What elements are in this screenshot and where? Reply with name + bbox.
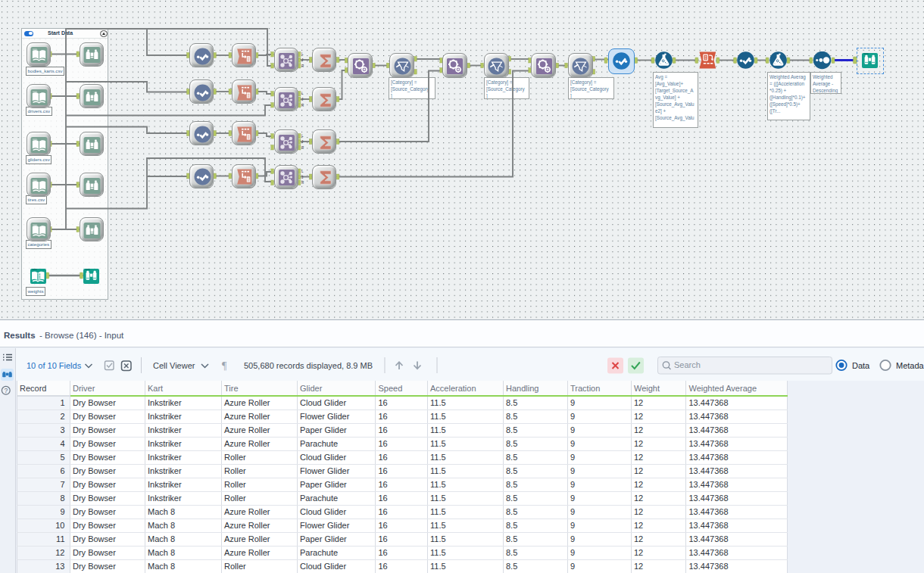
svg-text:J: J	[301, 176, 303, 179]
svg-text:J: J	[301, 58, 303, 62]
svg-text:Search: Search	[674, 360, 701, 369]
svg-text:Metada: Metada	[896, 361, 924, 370]
svg-text:L: L	[301, 170, 304, 173]
svg-text:J: J	[301, 140, 303, 144]
svg-text:R: R	[301, 181, 304, 185]
svg-text:Data: Data	[852, 361, 870, 370]
svg-text:R: R	[301, 104, 304, 107]
svg-text:L: L	[301, 52, 304, 56]
svg-text:L: L	[301, 134, 304, 138]
svg-text:L: L	[301, 92, 304, 95]
svg-text:R: R	[301, 146, 304, 150]
svg-text:?: ?	[4, 387, 8, 394]
svg-text:505,680 records displayed, 8.9: 505,680 records displayed, 8.9 MB	[244, 361, 373, 370]
svg-text:R: R	[301, 64, 304, 68]
svg-text:J: J	[301, 98, 303, 101]
svg-text:10 of 10 Fields: 10 of 10 Fields	[27, 361, 82, 370]
svg-text:¶: ¶	[222, 360, 227, 372]
svg-text:Cell Viewer: Cell Viewer	[153, 361, 195, 370]
